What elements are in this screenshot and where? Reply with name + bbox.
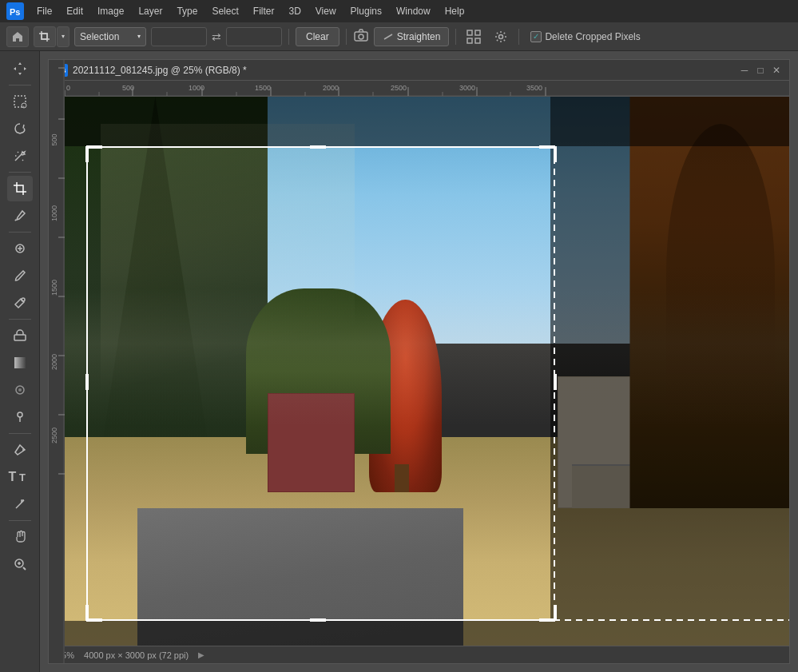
handle-br-v[interactable]: [554, 605, 557, 621]
pen-tool-button[interactable]: [7, 437, 33, 463]
toolbar: ▾ Selection ▾ ⇄ Clear Straighten: [0, 22, 798, 51]
tool-sep-6: [9, 520, 31, 521]
dodge-tool-button[interactable]: [7, 404, 33, 430]
lasso-tool-button[interactable]: [7, 116, 33, 141]
grid-button[interactable]: [463, 26, 485, 47]
tool-sep-1: [9, 85, 31, 85]
menu-window[interactable]: Window: [390, 3, 437, 19]
menu-view[interactable]: View: [309, 3, 343, 19]
handle-tl-v[interactable]: [85, 146, 89, 162]
chevron-down-icon: ▾: [137, 33, 141, 40]
dimensions-display: 4000 px × 3000 px (72 ppi): [84, 650, 189, 660]
svg-point-15: [22, 298, 25, 301]
gradient-tool-button[interactable]: [7, 350, 33, 376]
swap-icon[interactable]: ⇄: [212, 30, 221, 43]
blur-tool-button[interactable]: [7, 377, 33, 403]
autumn-tree-1-trunk: [395, 464, 409, 491]
document-controls: ─ □ ✕: [738, 64, 783, 77]
handle-tm[interactable]: [310, 145, 326, 149]
svg-rect-16: [14, 335, 26, 340]
svg-text:0: 0: [66, 84, 70, 92]
crop-tool-button-left[interactable]: [7, 176, 33, 201]
svg-text:2000: 2000: [50, 354, 58, 370]
svg-text:2000: 2000: [323, 84, 339, 92]
document-title: 20211112_081245.jpg @ 25% (RGB/8) *: [73, 65, 738, 76]
tool-sep-3: [9, 232, 31, 233]
eraser-button[interactable]: [7, 323, 33, 348]
ruler-top-svg: 0 500 1000 1500 2000: [65, 81, 789, 96]
healing-brush-button[interactable]: [7, 236, 33, 261]
minimize-button[interactable]: ─: [738, 64, 751, 77]
handle-bm[interactable]: [310, 618, 326, 622]
handle-bl-h[interactable]: [86, 618, 102, 622]
document-window: Ps 20211112_081245.jpg @ 25% (RGB/8) * ─…: [48, 59, 790, 664]
menu-type[interactable]: Type: [170, 3, 204, 19]
svg-rect-8: [467, 38, 472, 43]
handle-tr-v[interactable]: [554, 146, 557, 162]
menu-filter[interactable]: Filter: [247, 3, 281, 19]
status-arrow-icon[interactable]: ▶: [198, 650, 204, 659]
handle-ml[interactable]: [85, 374, 89, 390]
document-titlebar: Ps 20211112_081245.jpg @ 25% (RGB/8) * ─…: [49, 60, 789, 81]
clone-stamp-button[interactable]: [7, 290, 33, 316]
hand-tool-button[interactable]: [7, 524, 33, 550]
svg-text:+: +: [22, 104, 26, 109]
ruler-side-svg: 0 500: [49, 97, 65, 646]
canvas-area: Ps 20211112_081245.jpg @ 25% (RGB/8) * ─…: [40, 51, 798, 672]
menu-image[interactable]: Image: [91, 3, 130, 19]
delete-cropped-checkbox[interactable]: [530, 31, 542, 42]
menu-help[interactable]: Help: [439, 3, 471, 19]
straighten-button[interactable]: Straighten: [374, 27, 450, 46]
menu-layer[interactable]: Layer: [132, 3, 169, 19]
crop-tool-dropdown[interactable]: ▾: [57, 26, 69, 47]
menu-select[interactable]: Select: [205, 3, 244, 19]
settings-button[interactable]: [490, 26, 512, 47]
tool-sep-2: [9, 172, 31, 173]
clear-button[interactable]: Clear: [296, 27, 339, 46]
ruler-top: 0 500 1000 1500 2000: [65, 81, 789, 97]
delete-cropped-checkbox-area[interactable]: Delete Cropped Pixels: [526, 31, 645, 42]
handle-mr[interactable]: [554, 374, 557, 390]
straighten-label: Straighten: [397, 31, 441, 42]
svg-point-10: [499, 34, 503, 38]
handle-tr-h[interactable]: [539, 145, 555, 149]
canvas-with-ruler: 0 500 1000 1500 2000: [49, 81, 789, 646]
marquee-tool-button[interactable]: +: [7, 89, 33, 114]
ratio-width-input[interactable]: [151, 27, 207, 46]
separator-4: [518, 29, 519, 45]
main-area: +: [0, 51, 798, 672]
svg-text:Ps: Ps: [10, 7, 20, 17]
home-button[interactable]: [6, 26, 29, 47]
crop-mode-dropdown[interactable]: Selection ▾: [74, 27, 146, 46]
crop-darkening-bottom: [65, 621, 550, 646]
photo-scene: [65, 97, 789, 646]
menu-bar: Ps File Edit Image Layer Type Select Fil…: [0, 0, 798, 22]
svg-rect-9: [475, 38, 480, 43]
handle-bl-v[interactable]: [85, 605, 89, 621]
brush-tool-button[interactable]: [7, 263, 33, 288]
move-tool-button[interactable]: [7, 56, 33, 82]
eyedropper-button[interactable]: [7, 203, 33, 229]
close-button[interactable]: ✕: [770, 64, 783, 77]
ruler-canvas-container: 0 500 1000 1500 2000: [49, 81, 789, 646]
magic-wand-button[interactable]: [7, 143, 33, 169]
menu-edit[interactable]: Edit: [60, 3, 89, 19]
crop-tool-button[interactable]: [34, 26, 56, 47]
menu-plugins[interactable]: Plugins: [344, 3, 388, 19]
menu-file[interactable]: File: [30, 3, 58, 19]
zoom-tool-button[interactable]: [7, 551, 33, 577]
svg-point-20: [18, 412, 22, 417]
handle-br-h[interactable]: [539, 618, 555, 622]
maximize-button[interactable]: □: [754, 64, 767, 77]
canvas-container[interactable]: [65, 97, 789, 646]
handle-tl-h[interactable]: [86, 145, 102, 149]
type-tool-button[interactable]: T T: [7, 464, 33, 490]
menu-3d[interactable]: 3D: [282, 3, 307, 19]
path-select-button[interactable]: [7, 491, 33, 517]
ratio-height-input[interactable]: [226, 27, 282, 46]
svg-rect-23: [65, 81, 789, 96]
svg-rect-6: [467, 30, 472, 35]
separator-1: [288, 29, 289, 45]
svg-line-5: [384, 34, 392, 39]
canvas-row: 0 500: [49, 97, 789, 646]
